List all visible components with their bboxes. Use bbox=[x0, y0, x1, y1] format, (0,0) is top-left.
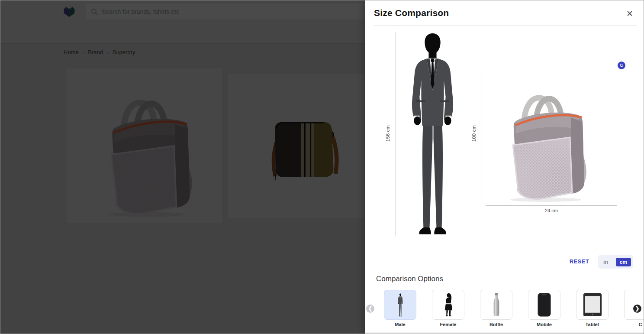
app-window: Home › Brand › Superdry Size Comparison … bbox=[0, 0, 644, 334]
female-silhouette-icon bbox=[440, 293, 457, 317]
option-mobile[interactable]: Mobile bbox=[528, 290, 560, 327]
option-label: Female bbox=[440, 322, 457, 327]
comparison-options-row: Male Female Bottle Mobile Tablet C bbox=[384, 290, 644, 327]
panel-title: Size Comparison bbox=[374, 8, 449, 18]
option-label: Male bbox=[395, 322, 405, 327]
bottle-icon bbox=[492, 292, 501, 318]
options-scrollbar-track[interactable] bbox=[365, 332, 644, 334]
option-label: Bottle bbox=[489, 322, 503, 327]
unit-in-button[interactable]: in bbox=[603, 259, 609, 265]
item-width-line bbox=[486, 205, 617, 206]
divider bbox=[374, 25, 637, 26]
person-height-line bbox=[396, 32, 396, 237]
option-bottle[interactable]: Bottle bbox=[480, 290, 512, 327]
close-icon[interactable]: ✕ bbox=[624, 8, 635, 19]
person-height-label: 156 cm bbox=[385, 125, 390, 142]
carousel-next-icon[interactable]: ❯ bbox=[633, 305, 641, 313]
male-silhouette-figure bbox=[403, 32, 462, 237]
tablet-icon bbox=[583, 293, 602, 317]
size-comparison-panel: Size Comparison ✕ 156 cm 100 cm 24 cm ↻ … bbox=[365, 0, 644, 334]
rotate-icon[interactable]: ↻ bbox=[618, 62, 625, 69]
unit-toggle: in cm bbox=[598, 255, 633, 269]
mobile-phone-icon bbox=[538, 293, 551, 317]
option-label: C bbox=[639, 322, 642, 327]
option-tablet[interactable]: Tablet bbox=[576, 290, 609, 327]
comparison-options-title: Comparison Options bbox=[376, 275, 443, 283]
option-label: Mobile bbox=[537, 322, 552, 327]
option-female[interactable]: Female bbox=[432, 290, 464, 327]
item-height-line bbox=[482, 71, 482, 202]
option-label: Tablet bbox=[586, 322, 599, 327]
reset-button[interactable]: RESET bbox=[570, 258, 589, 265]
item-width-label: 24 cm bbox=[486, 208, 617, 213]
option-male[interactable]: Male bbox=[384, 290, 416, 327]
carousel-prev-icon[interactable]: ❮ bbox=[366, 305, 374, 313]
product-backpack-figure[interactable] bbox=[494, 72, 592, 202]
unit-cm-button[interactable]: cm bbox=[616, 258, 631, 266]
male-silhouette-icon bbox=[397, 293, 404, 317]
item-height-label: 100 cm bbox=[471, 125, 477, 142]
